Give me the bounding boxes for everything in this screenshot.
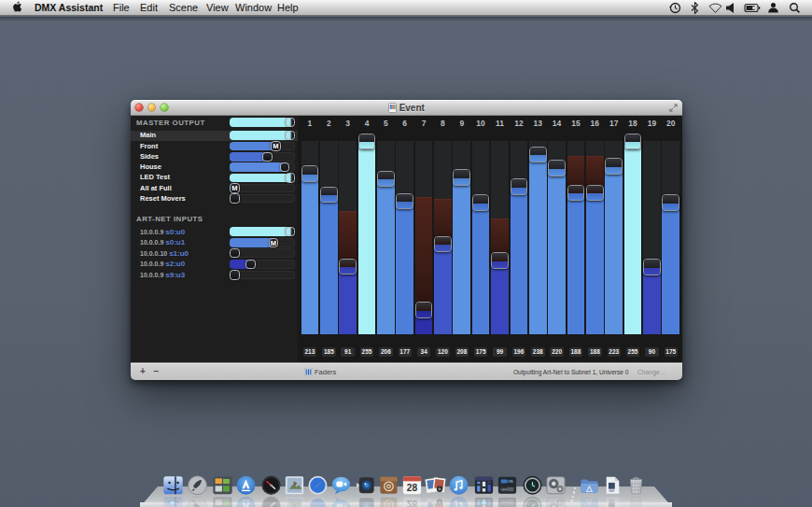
svg-text:28: 28	[407, 498, 418, 507]
svg-text:28: 28	[407, 482, 418, 492]
svg-text:OFF: OFF	[500, 487, 508, 491]
svg-text:ON: ON	[508, 480, 513, 484]
svg-text:OFF: OFF	[500, 499, 508, 502]
